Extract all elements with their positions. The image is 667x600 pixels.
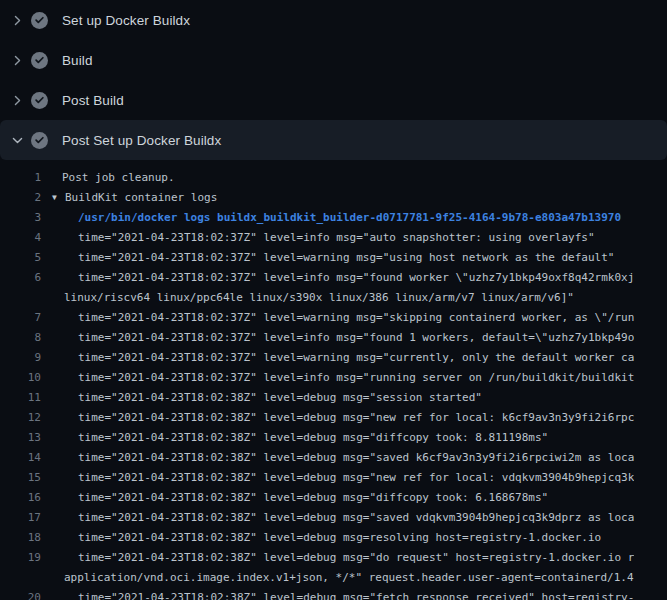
log-line-text: time="2021-04-23T18:02:38Z" level=debug … (78, 448, 634, 468)
log-line: application/vnd.oci.image.index.v1+json,… (0, 568, 667, 588)
log-line-text: Post job cleanup. (62, 168, 175, 188)
log-line-number[interactable]: 11 (0, 388, 41, 408)
chevron-right-icon (10, 93, 24, 107)
log-group-header: ▼BuildKit container logs (41, 188, 217, 208)
step-label: Build (62, 53, 93, 68)
steps-list: Set up Docker BuildxBuildPost BuildPost … (0, 0, 667, 160)
log-line-number[interactable]: 8 (0, 328, 41, 348)
log-line: 3/usr/bin/docker logs buildx_buildkit_bu… (0, 208, 667, 228)
log-line: 16time="2021-04-23T18:02:38Z" level=debu… (0, 488, 667, 508)
log-line: 9time="2021-04-23T18:02:37Z" level=warni… (0, 348, 667, 368)
log-line-text: time="2021-04-23T18:02:37Z" level=warnin… (78, 248, 614, 268)
log-line-text: time="2021-04-23T18:02:38Z" level=debug … (78, 408, 634, 428)
log-line: 1Post job cleanup. (0, 168, 667, 188)
log-line-text: time="2021-04-23T18:02:37Z" level=info m… (78, 368, 634, 388)
log-line-number[interactable]: 20 (0, 588, 41, 600)
log-line-number[interactable]: 10 (0, 368, 41, 388)
log-line-number[interactable]: 7 (0, 308, 41, 328)
log-line-number[interactable]: 14 (0, 448, 41, 468)
log-line-number[interactable]: 13 (0, 428, 41, 448)
chevron-right-icon (10, 13, 24, 27)
log-line-text: time="2021-04-23T18:02:38Z" level=debug … (78, 428, 548, 448)
check-circle-icon (31, 132, 48, 149)
log-line: 18time="2021-04-23T18:02:38Z" level=debu… (0, 528, 667, 548)
log-line-text: time="2021-04-23T18:02:38Z" level=debug … (78, 468, 634, 488)
log-line-number[interactable]: 19 (0, 548, 41, 568)
log-line: 19time="2021-04-23T18:02:38Z" level=debu… (0, 548, 667, 568)
log-line-text: time="2021-04-23T18:02:37Z" level=info m… (78, 268, 634, 288)
log-line-text: time="2021-04-23T18:02:38Z" level=debug … (78, 488, 548, 508)
chevron-right-icon (10, 53, 24, 67)
log-line: 20time="2021-04-23T18:02:38Z" level=debu… (0, 588, 667, 600)
log-line-number[interactable]: 1 (0, 168, 41, 188)
log-line: 17time="2021-04-23T18:02:38Z" level=debu… (0, 508, 667, 528)
log-line-number[interactable]: 5 (0, 248, 41, 268)
log-line-text: time="2021-04-23T18:02:38Z" level=debug … (78, 508, 634, 528)
log-line-number[interactable]: 16 (0, 488, 41, 508)
log-line-number[interactable]: 4 (0, 228, 41, 248)
log-line: 7time="2021-04-23T18:02:37Z" level=warni… (0, 308, 667, 328)
step-label: Post Set up Docker Buildx (62, 133, 221, 148)
log-line-text: application/vnd.oci.image.index.v1+json,… (64, 568, 634, 588)
log-line-text: time="2021-04-23T18:02:38Z" level=debug … (78, 548, 634, 568)
log-line: 12time="2021-04-23T18:02:38Z" level=debu… (0, 408, 667, 428)
log-line: 13time="2021-04-23T18:02:38Z" level=debu… (0, 428, 667, 448)
log-line-number[interactable]: 18 (0, 528, 41, 548)
log-line-number (0, 568, 41, 588)
log-line-text: linux/riscv64 linux/ppc64le linux/s390x … (64, 288, 574, 308)
log-output: 1Post job cleanup.2▼BuildKit container l… (0, 160, 667, 600)
log-line: 6time="2021-04-23T18:02:37Z" level=info … (0, 268, 667, 288)
step-header-post-build[interactable]: Post Build (0, 80, 667, 120)
log-line-number[interactable]: 9 (0, 348, 41, 368)
step-header-build[interactable]: Build (0, 40, 667, 80)
log-line: linux/riscv64 linux/ppc64le linux/s390x … (0, 288, 667, 308)
chevron-down-icon (10, 133, 24, 147)
log-line-text: time="2021-04-23T18:02:38Z" level=debug … (78, 588, 634, 600)
log-line-number[interactable]: 2 (0, 188, 41, 208)
check-circle-icon (31, 52, 48, 69)
log-line: 5time="2021-04-23T18:02:37Z" level=warni… (0, 248, 667, 268)
step-label: Set up Docker Buildx (62, 13, 190, 28)
step-header-post-set-up-docker-buildx[interactable]: Post Set up Docker Buildx (0, 120, 667, 160)
log-line-text: time="2021-04-23T18:02:37Z" level=info m… (78, 328, 634, 348)
log-line-number[interactable]: 15 (0, 468, 41, 488)
log-line-text: time="2021-04-23T18:02:37Z" level=warnin… (78, 348, 634, 368)
log-line: 10time="2021-04-23T18:02:37Z" level=info… (0, 368, 667, 388)
collapse-triangle-icon[interactable]: ▼ (52, 188, 62, 208)
log-line: 14time="2021-04-23T18:02:38Z" level=debu… (0, 448, 667, 468)
log-line-text: time="2021-04-23T18:02:37Z" level=info m… (78, 228, 595, 248)
log-line: 15time="2021-04-23T18:02:38Z" level=debu… (0, 468, 667, 488)
log-line-number[interactable]: 6 (0, 268, 41, 288)
log-line-text: time="2021-04-23T18:02:37Z" level=warnin… (78, 308, 634, 328)
log-line-number[interactable]: 12 (0, 408, 41, 428)
step-header-set-up-docker-buildx[interactable]: Set up Docker Buildx (0, 0, 667, 40)
check-circle-icon (31, 92, 48, 109)
log-line-text: time="2021-04-23T18:02:38Z" level=debug … (78, 528, 601, 548)
step-label: Post Build (62, 93, 124, 108)
log-line-text: time="2021-04-23T18:02:38Z" level=debug … (78, 388, 482, 408)
check-circle-icon (31, 12, 48, 29)
log-line-number (0, 288, 41, 308)
log-line: 11time="2021-04-23T18:02:38Z" level=debu… (0, 388, 667, 408)
log-line: 4time="2021-04-23T18:02:37Z" level=info … (0, 228, 667, 248)
log-group-title: BuildKit container logs (65, 188, 217, 208)
actions-log-viewer: Set up Docker BuildxBuildPost BuildPost … (0, 0, 667, 600)
log-line-number[interactable]: 3 (0, 208, 41, 228)
log-line: 2▼BuildKit container logs (0, 188, 667, 208)
log-line-number[interactable]: 17 (0, 508, 41, 528)
log-command-text: /usr/bin/docker logs buildx_buildkit_bui… (78, 208, 621, 228)
log-line: 8time="2021-04-23T18:02:37Z" level=info … (0, 328, 667, 348)
